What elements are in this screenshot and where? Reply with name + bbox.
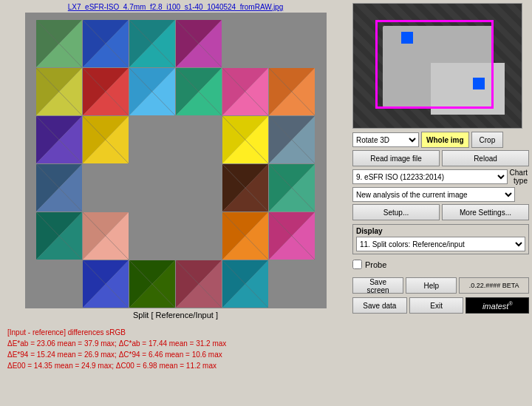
bottom-row1: Save screen Help .0.22.#### BETA [352, 277, 529, 294]
analysis-row: New analysis of the current image [352, 187, 529, 202]
right-panel: Rotate 3D Whole img Crop Read image file… [351, 0, 532, 406]
pink-selection-rect [375, 20, 494, 109]
help-button[interactable]: Help [406, 277, 457, 294]
rotate-row: Rotate 3D Whole img Crop [352, 132, 529, 148]
save-data-button[interactable]: Save data [352, 297, 407, 314]
stats-header: [Input - reference] differences sRGB [7, 327, 344, 338]
probe-label: Probe [365, 260, 386, 269]
image-title[interactable]: LX7_eSFR-ISO_4.7mm_f2.8_i100_s1-40_10405… [3, 3, 348, 11]
setup-button[interactable]: Setup... [352, 204, 440, 220]
read-image-button[interactable]: Read image file [352, 150, 440, 166]
save-screen-button[interactable]: Save screen [352, 277, 403, 294]
svg-rect-45 [176, 212, 222, 260]
chart-type-row: 9. eSFR ISO (12233:2014) Chart type [352, 169, 529, 185]
controls-area: Rotate 3D Whole img Crop Read image file… [352, 132, 529, 314]
version-button: .0.22.#### BETA [459, 277, 529, 294]
display-section: Display 11. Split colors: Reference/inpu… [352, 224, 529, 254]
setup-row: Setup... More Settings... [352, 204, 529, 220]
stats-line2: ΔE*94 = 15.24 mean = 26.9 max; ΔC*94 = 6… [7, 349, 344, 360]
chart-image-area [25, 13, 327, 308]
svg-rect-33 [83, 164, 129, 212]
display-section-title: Display [356, 227, 525, 235]
chart-label: Split [ Reference/Input ] [3, 311, 348, 319]
stats-line1: ΔE*ab = 23.06 mean = 37.9 max; ΔC*ab = 1… [7, 338, 344, 349]
crop-button[interactable]: Crop [471, 132, 504, 148]
read-reload-row: Read image file Reload [352, 150, 529, 166]
chart-type-label: Chart type [510, 169, 529, 185]
bottom-row2: Save data Exit imatest® [352, 297, 529, 314]
reload-button[interactable]: Reload [442, 150, 529, 166]
svg-rect-44 [129, 212, 175, 260]
analysis-select[interactable]: New analysis of the current image [352, 187, 515, 202]
chart-type-select[interactable]: 9. eSFR ISO (12233:2014) [352, 169, 508, 184]
rotate-select[interactable]: Rotate 3D [352, 132, 419, 147]
more-settings-button[interactable]: More Settings... [442, 204, 529, 220]
stats-area: [Input - reference] differences sRGB ΔE*… [3, 324, 348, 374]
imatest-logo: imatest® [466, 297, 529, 314]
svg-rect-34 [129, 164, 175, 212]
svg-rect-35 [176, 164, 222, 212]
preview-image [352, 3, 522, 129]
svg-rect-25 [129, 116, 175, 163]
color-chart-svg [25, 13, 327, 308]
probe-checkbox[interactable] [352, 260, 362, 269]
exit-button[interactable]: Exit [409, 297, 464, 314]
whole-img-button[interactable]: Whole img [421, 132, 469, 148]
probe-row: Probe [352, 260, 529, 269]
svg-rect-26 [176, 116, 222, 163]
display-select[interactable]: 11. Split colors: Reference/input [356, 237, 525, 251]
left-panel: LX7_eSFR-ISO_4.7mm_f2.8_i100_s1-40_10405… [0, 0, 351, 406]
stats-line3: ΔE00 = 14.35 mean = 24.9 max; ΔC00 = 6.9… [7, 360, 344, 371]
